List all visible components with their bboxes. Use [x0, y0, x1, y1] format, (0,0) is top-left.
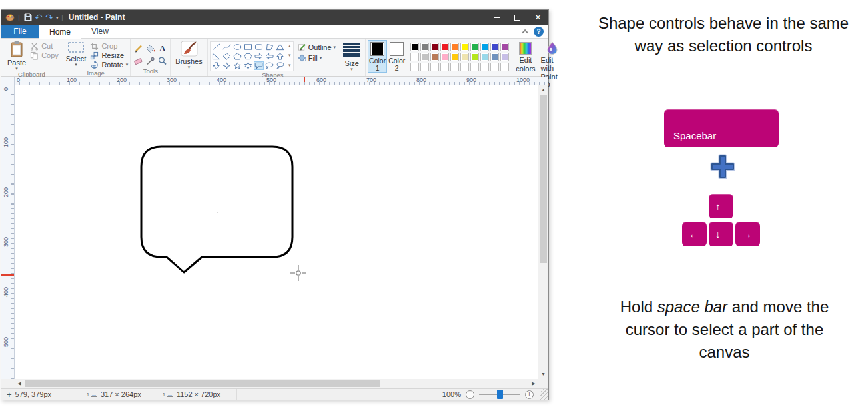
shape-diamond-icon[interactable] [222, 52, 232, 61]
palette-swatch[interactable] [430, 63, 439, 71]
horizontal-scrollbar-thumb[interactable] [25, 380, 380, 387]
palette-swatch[interactable] [470, 43, 479, 51]
palette-swatch[interactable] [450, 43, 459, 51]
shape-arrow-left-icon[interactable] [264, 52, 274, 61]
minimize-button[interactable] [486, 10, 507, 25]
maximize-button[interactable] [507, 10, 528, 25]
scroll-right-icon[interactable]: ▶ [529, 379, 538, 388]
palette-swatch[interactable] [460, 63, 469, 71]
fill-tool[interactable] [145, 42, 156, 54]
shape-star-5-icon[interactable] [232, 61, 242, 70]
eraser-tool[interactable] [133, 55, 144, 67]
palette-swatch[interactable] [480, 43, 489, 51]
resize-grip[interactable] [540, 389, 548, 400]
tab-view[interactable]: View [81, 25, 119, 38]
shape-ellipse-icon[interactable] [232, 43, 242, 51]
shape-arrow-right-icon[interactable] [254, 52, 264, 61]
palette-swatch[interactable] [480, 53, 489, 61]
shape-triangle-icon[interactable] [275, 43, 285, 51]
palette-swatch[interactable] [500, 63, 509, 71]
size-button[interactable]: Size ▾ [340, 40, 363, 71]
palette-swatch[interactable] [470, 53, 479, 61]
resize-button[interactable]: Resize [90, 51, 128, 60]
palette-swatch[interactable] [410, 43, 419, 51]
palette-swatch[interactable] [420, 53, 429, 61]
scroll-up-icon[interactable]: ▲ [538, 85, 548, 95]
palette-swatch[interactable] [450, 63, 459, 71]
crop-button[interactable]: Crop [90, 41, 128, 51]
shape-cloud-callout-icon[interactable] [275, 61, 285, 70]
shapes-scroll-down-icon[interactable]: ▼ [286, 51, 293, 61]
shape-arrow-up-icon[interactable] [275, 52, 285, 61]
palette-swatch[interactable] [500, 53, 509, 61]
shapes-more-icon[interactable]: ▼ [286, 61, 293, 71]
shape-rectangle-icon[interactable] [243, 43, 253, 51]
color2-button[interactable]: Color 2 [387, 40, 406, 73]
palette-swatch[interactable] [490, 63, 499, 71]
pencil-tool[interactable] [133, 42, 144, 54]
shapes-scroll-up-icon[interactable]: ▲ [286, 42, 293, 51]
color-picker-tool[interactable] [145, 55, 156, 67]
edit-colors-button[interactable]: Edit colors [513, 40, 538, 73]
shape-hexagon-icon[interactable] [243, 52, 253, 61]
help-icon[interactable]: ? [534, 27, 544, 37]
paste-button[interactable]: Paste ▾ [5, 40, 29, 71]
horizontal-scrollbar[interactable]: ◀ ▶ [15, 379, 538, 388]
fill-button[interactable]: Fill ▾ [298, 53, 336, 62]
palette-swatch[interactable] [430, 43, 439, 51]
palette-swatch[interactable] [470, 63, 479, 71]
palette-swatch[interactable] [410, 63, 419, 71]
copy-button[interactable]: Copy [30, 51, 59, 60]
palette-swatch[interactable] [480, 63, 489, 71]
undo-icon[interactable]: ↶ [33, 12, 44, 23]
palette-swatch[interactable] [460, 53, 469, 61]
color1-button[interactable]: Color 1 [368, 40, 387, 73]
shape-polygon-icon[interactable] [264, 43, 274, 51]
palette-swatch[interactable] [500, 43, 509, 51]
shape-star-4-icon[interactable] [222, 61, 232, 70]
palette-swatch[interactable] [450, 53, 459, 61]
collapse-ribbon-icon[interactable] [522, 29, 528, 35]
palette-swatch[interactable] [490, 53, 499, 61]
vertical-scrollbar-thumb[interactable] [540, 95, 547, 263]
close-button[interactable]: ✕ [528, 10, 548, 25]
magnifier-tool[interactable] [157, 55, 168, 67]
rotate-button[interactable]: Rotate ▾ [90, 60, 128, 69]
shape-star-6-icon[interactable] [243, 61, 253, 70]
shape-rounded-callout-icon[interactable] [254, 61, 264, 70]
shape-arrow-down-icon[interactable] [211, 61, 221, 70]
brushes-button[interactable]: Brushes ▾ [173, 40, 205, 69]
palette-swatch[interactable] [430, 53, 439, 61]
shape-rounded-rectangle-icon[interactable] [254, 43, 264, 51]
tab-home[interactable]: Home [39, 25, 81, 39]
save-icon[interactable] [23, 12, 33, 23]
palette-swatch[interactable] [460, 43, 469, 51]
shape-line-icon[interactable] [211, 43, 221, 51]
redo-icon[interactable]: ↷ [44, 12, 55, 23]
palette-swatch[interactable] [420, 43, 429, 51]
shape-curve-icon[interactable] [222, 43, 232, 51]
palette-swatch[interactable] [440, 63, 449, 71]
scroll-down-icon[interactable]: ▼ [538, 370, 548, 379]
shape-pentagon-icon[interactable] [232, 52, 242, 61]
palette-swatch[interactable] [490, 43, 499, 51]
drawing-canvas[interactable] [15, 85, 538, 379]
palette-swatch[interactable] [410, 53, 419, 61]
select-button[interactable]: Select ▾ [63, 40, 89, 67]
zoom-slider[interactable] [479, 394, 520, 395]
vertical-scrollbar[interactable]: ▲ ▼ [538, 85, 548, 379]
shape-oval-callout-icon[interactable] [264, 61, 274, 70]
zoom-out-button[interactable]: − [466, 390, 474, 399]
quick-access-dropdown-icon[interactable]: ▾ [56, 15, 59, 21]
outline-button[interactable]: Outline ▾ [298, 43, 336, 51]
zoom-slider-handle[interactable] [497, 390, 503, 399]
shape-right-triangle-icon[interactable] [211, 52, 221, 61]
text-tool[interactable]: A [157, 42, 168, 54]
tab-file[interactable]: File [1, 25, 39, 38]
zoom-in-button[interactable]: + [525, 390, 534, 399]
scroll-left-icon[interactable]: ◀ [15, 379, 24, 388]
cut-button[interactable]: Cut [30, 41, 59, 51]
palette-swatch[interactable] [440, 53, 449, 61]
palette-swatch[interactable] [420, 63, 429, 71]
palette-swatch[interactable] [440, 43, 449, 51]
